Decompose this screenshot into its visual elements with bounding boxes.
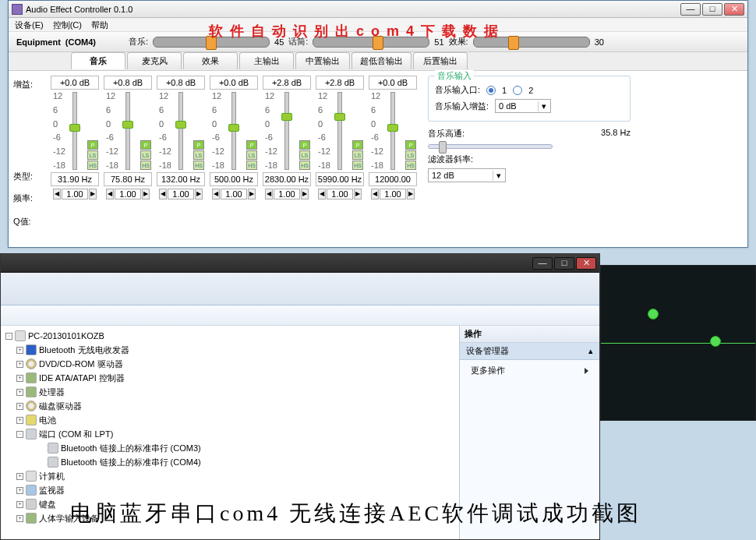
gain-value[interactable]: +0.8 dB xyxy=(157,76,205,90)
type-highshelf-button[interactable]: HS xyxy=(299,161,310,170)
plus-icon[interactable]: + xyxy=(16,417,23,424)
close-button[interactable]: ✕ xyxy=(576,257,596,270)
menu-toolbar[interactable] xyxy=(1,273,599,305)
gain-value[interactable]: +0.0 dB xyxy=(210,76,258,90)
minimize-button[interactable]: — xyxy=(680,3,701,16)
input-port-radio-2[interactable] xyxy=(513,86,522,95)
tree-node[interactable]: + 处理器 xyxy=(5,385,454,399)
q-value[interactable]: 1.00 xyxy=(327,189,353,199)
input-port-radio-1[interactable] xyxy=(486,86,496,95)
q-increment[interactable]: ▶ xyxy=(89,189,97,199)
q-value[interactable]: 1.00 xyxy=(274,189,300,199)
gain-value[interactable]: +2.8 dB xyxy=(316,76,364,90)
tree-node-ports[interactable]: - 端口 (COM 和 LPT) xyxy=(5,427,454,441)
menu-control[interactable]: 控制(C) xyxy=(53,19,82,30)
eq-node[interactable] xyxy=(710,336,721,347)
q-increment[interactable]: ▶ xyxy=(195,189,203,199)
type-peak-button[interactable]: P xyxy=(87,140,98,150)
minimize-button[interactable]: — xyxy=(532,257,553,270)
freq-value[interactable]: 2830.00 Hz xyxy=(263,172,311,186)
tree-node[interactable]: + DVD/CD-ROM 驱动器 xyxy=(5,357,454,371)
minus-icon[interactable]: - xyxy=(16,431,23,438)
plus-icon[interactable]: + xyxy=(16,347,23,354)
tree-node[interactable]: + 监视器 xyxy=(5,483,454,497)
type-lowshelf-button[interactable]: LS xyxy=(246,150,257,160)
plus-icon[interactable]: + xyxy=(16,501,23,508)
type-peak-button[interactable]: P xyxy=(193,140,204,150)
q-increment[interactable]: ▶ xyxy=(301,189,309,199)
q-increment[interactable]: ▶ xyxy=(142,189,150,199)
eq-node[interactable] xyxy=(648,309,659,319)
freq-value[interactable]: 31.90 Hz xyxy=(51,172,99,186)
freq-value[interactable]: 75.80 Hz xyxy=(104,172,152,186)
q-value[interactable]: 1.00 xyxy=(62,189,88,199)
gain-slider[interactable]: 1260-6-12-18 P LS HS xyxy=(51,92,98,170)
type-peak-button[interactable]: P xyxy=(299,140,310,150)
plus-icon[interactable]: + xyxy=(16,473,23,480)
tab-5[interactable]: 超低音输出 xyxy=(352,52,412,69)
tree-leaf-com3[interactable]: Bluetooth 链接上的标准串行 (COM3) xyxy=(5,441,454,455)
tab-3[interactable]: 主输出 xyxy=(239,52,294,69)
gain-value[interactable]: +0.0 dB xyxy=(51,76,99,90)
icon-toolbar[interactable] xyxy=(1,305,599,326)
type-peak-button[interactable]: P xyxy=(405,140,416,150)
maximize-button[interactable]: □ xyxy=(702,3,722,16)
mic-slider[interactable] xyxy=(313,37,429,48)
plus-icon[interactable]: + xyxy=(16,515,23,522)
q-decrement[interactable]: ◀ xyxy=(212,189,220,199)
q-value[interactable]: 1.00 xyxy=(221,189,247,199)
gain-slider[interactable]: 1260-6-12-18 P LS HS xyxy=(316,92,363,170)
actions-subheader[interactable]: 设备管理器 ▴ xyxy=(460,343,599,360)
tab-6[interactable]: 后置输出 xyxy=(413,52,468,69)
type-highshelf-button[interactable]: HS xyxy=(405,161,416,170)
tree-node[interactable]: + 磁盘驱动器 xyxy=(5,399,454,413)
type-peak-button[interactable]: P xyxy=(140,140,151,150)
type-lowshelf-button[interactable]: LS xyxy=(299,150,310,160)
q-decrement[interactable]: ◀ xyxy=(265,189,273,199)
freq-value[interactable]: 12000.00 Hz xyxy=(369,172,417,186)
plus-icon[interactable]: + xyxy=(16,487,23,494)
gain-value[interactable]: +0.8 dB xyxy=(104,76,152,90)
type-highshelf-button[interactable]: HS xyxy=(87,161,98,170)
music-slider[interactable] xyxy=(153,37,270,48)
type-peak-button[interactable]: P xyxy=(352,140,363,150)
tree-root[interactable]: - PC-20130101KOZB xyxy=(5,329,454,343)
freq-value[interactable]: 5990.00 Hz xyxy=(316,172,364,186)
gain-value[interactable]: +0.0 dB xyxy=(369,76,417,90)
q-decrement[interactable]: ◀ xyxy=(159,189,167,199)
tree-node[interactable]: + Bluetooth 无线电收发器 xyxy=(5,343,454,357)
tab-4[interactable]: 中置输出 xyxy=(295,52,350,69)
q-decrement[interactable]: ◀ xyxy=(318,189,326,199)
type-highshelf-button[interactable]: HS xyxy=(140,161,151,170)
tree-node[interactable]: + 电池 xyxy=(5,413,454,427)
q-decrement[interactable]: ◀ xyxy=(53,189,61,199)
type-lowshelf-button[interactable]: LS xyxy=(87,150,98,160)
plus-icon[interactable]: + xyxy=(16,389,23,396)
highpass-slider[interactable] xyxy=(428,144,553,149)
q-increment[interactable]: ▶ xyxy=(407,189,415,199)
tab-1[interactable]: 麦克风 xyxy=(127,52,182,69)
type-lowshelf-button[interactable]: LS xyxy=(193,150,204,160)
titlebar[interactable]: — □ ✕ xyxy=(1,254,599,273)
filter-slope-combo[interactable]: 12 dB ▾ xyxy=(428,168,506,182)
gain-slider[interactable]: 1260-6-12-18 P LS HS xyxy=(369,92,416,170)
freq-value[interactable]: 500.00 Hz xyxy=(210,172,258,186)
input-gain-combo[interactable]: 0 dB ▾ xyxy=(495,99,551,113)
q-decrement[interactable]: ◀ xyxy=(371,189,379,199)
close-button[interactable]: ✕ xyxy=(724,3,744,16)
type-highshelf-button[interactable]: HS xyxy=(246,161,257,170)
plus-icon[interactable]: + xyxy=(16,375,23,382)
q-value[interactable]: 1.00 xyxy=(168,189,194,199)
menu-help[interactable]: 帮助 xyxy=(91,19,108,30)
more-actions[interactable]: 更多操作 xyxy=(460,360,599,381)
tree-node[interactable]: + 计算机 xyxy=(5,469,454,483)
plus-icon[interactable]: + xyxy=(16,361,23,368)
tree-leaf-com4[interactable]: Bluetooth 链接上的标准串行 (COM4) xyxy=(5,455,454,469)
type-lowshelf-button[interactable]: LS xyxy=(405,150,416,160)
plus-icon[interactable]: + xyxy=(16,403,23,410)
type-lowshelf-button[interactable]: LS xyxy=(140,150,151,160)
q-increment[interactable]: ▶ xyxy=(248,189,256,199)
gain-value[interactable]: +2.8 dB xyxy=(263,76,311,90)
maximize-button[interactable]: □ xyxy=(554,257,574,270)
q-increment[interactable]: ▶ xyxy=(354,189,362,199)
